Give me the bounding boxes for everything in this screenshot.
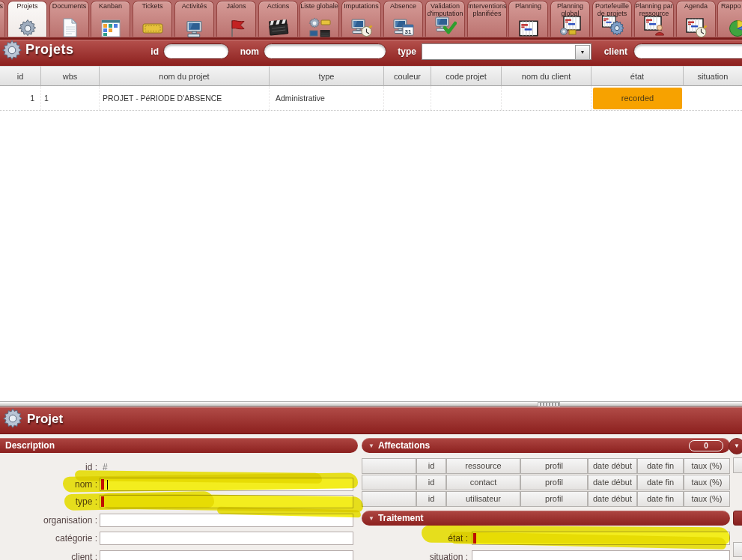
section-description[interactable]: Description [0, 438, 358, 453]
aff-contact-col-date-fin[interactable]: date fin [637, 475, 684, 490]
tab-label: Kanban [91, 1, 130, 18]
collapse-round-button[interactable]: ▼ [729, 438, 742, 454]
blank-icon [468, 18, 506, 38]
column-header-nom-du-client[interactable]: nom du client [502, 66, 592, 86]
section-traitement[interactable]: ▼Traitement [362, 511, 730, 526]
tab-planning-par-ressource[interactable]: Planning par ressource [634, 1, 674, 37]
aff-utilisateur-col-utilisateur[interactable]: utilisateur [446, 491, 520, 507]
tab-jalons[interactable]: Jalons [216, 1, 256, 37]
kanban-icon [91, 18, 130, 38]
tab-imputations[interactable]: Imputations [341, 1, 381, 37]
aff-contact-col-date-debut[interactable]: date début [588, 475, 637, 490]
tab-partial[interactable]: s [0, 1, 5, 37]
cell-nom-du-projet: PROJET - PéRIODE D'ABSENCE [100, 86, 270, 110]
required-marker [101, 496, 104, 507]
cell-type: Administrative [270, 86, 384, 110]
tab-absence[interactable]: Absence 31 [383, 1, 423, 37]
tab-actions[interactable]: Actions [258, 1, 298, 37]
section-traitement-heading: Traitement [378, 513, 424, 523]
aff-contact-col-id[interactable]: id [416, 475, 446, 490]
aff-contact-col-profil[interactable]: profil [520, 475, 588, 490]
column-header-etat[interactable]: état [592, 66, 684, 86]
etat-label: état : [378, 533, 468, 544]
column-header-type[interactable]: type [270, 66, 384, 86]
aff-contact-col-taux[interactable]: taux (%) [684, 475, 730, 490]
tab-tickets[interactable]: Tickets [133, 1, 172, 37]
client-filter-input[interactable] [633, 43, 742, 59]
organisation-input[interactable] [100, 514, 353, 527]
tab-label: Activités [175, 1, 213, 18]
gear-silver-icon [1, 41, 23, 61]
global-list-icon [300, 18, 338, 38]
tab-label: Projets [8, 1, 46, 18]
etat-input[interactable] [472, 532, 730, 545]
flag-icon [217, 18, 255, 38]
tab-rapports[interactable]: Rappo [717, 1, 742, 37]
aff-utilisateur-col-date-debut[interactable]: date début [588, 491, 637, 507]
aff-ressource-col-date-fin[interactable]: date fin [637, 458, 684, 474]
splitter[interactable] [0, 401, 742, 407]
tab-label: Absence [384, 1, 422, 18]
aff-utilisateur-col-taux[interactable]: taux (%) [684, 491, 730, 507]
aff-ressource-col-profil[interactable]: profil [520, 458, 588, 474]
tab-projets[interactable]: Projets [7, 1, 47, 37]
column-header-situation[interactable]: situation [684, 66, 742, 86]
tab-label: Documents [50, 1, 88, 18]
aff-utilisateur-col-id[interactable]: id [416, 491, 446, 507]
categorie-input[interactable] [100, 532, 353, 545]
column-header-id[interactable]: id [0, 66, 41, 86]
section-affectations[interactable]: ▼Affectations [362, 438, 730, 453]
aff-ressource-col-empty[interactable] [362, 458, 416, 474]
aff-ressource-col-taux[interactable]: taux (%) [684, 458, 730, 474]
tab-validation-imputation[interactable]: Validation d'imputation [425, 1, 465, 37]
column-header-code-projet[interactable]: code projet [431, 66, 502, 86]
aff-ressource-col-ressource[interactable]: ressource [446, 458, 520, 474]
nom-input[interactable] [100, 478, 353, 491]
aff-ressource-col-date-debut[interactable]: date début [588, 458, 637, 474]
id-filter-input[interactable] [163, 43, 229, 59]
collapse-caret-icon: ▼ [368, 511, 374, 526]
aff-contact-col-empty[interactable] [362, 475, 416, 490]
chevron-down-icon[interactable]: ▼ [575, 45, 590, 60]
empty-workspace [0, 111, 742, 401]
gantt-gear-icon [551, 18, 589, 36]
aff-utilisateur-col-empty[interactable] [362, 491, 416, 507]
gear-silver-icon [1, 410, 24, 430]
tab-label: Interventions planifiées [468, 1, 506, 18]
tab-label: Imputations [342, 1, 380, 18]
tab-portefeuille-de-projets[interactable]: Portefeuille de projets [592, 1, 632, 37]
tab-interventions-planifiees[interactable]: Interventions planifiées [467, 1, 507, 37]
cell-situation [684, 86, 742, 110]
nom-filter-input[interactable] [264, 43, 386, 59]
tab-label: Tickets [133, 1, 171, 18]
id-value: # [103, 462, 108, 472]
aff-utilisateur-col-date-fin[interactable]: date fin [637, 491, 684, 507]
client-input[interactable] [100, 550, 353, 560]
tab-documents[interactable]: Documents [49, 1, 89, 37]
tab-kanban[interactable]: Kanban [91, 1, 130, 37]
aff-contact-col-contact[interactable]: contact [446, 475, 520, 490]
text-cursor [107, 480, 108, 490]
tab-label: Jalons [217, 1, 255, 18]
tab-label: Actions [259, 1, 297, 18]
tab-planning-global[interactable]: Planning global [550, 1, 590, 37]
gear-icon [8, 18, 46, 38]
tab-activites[interactable]: Activités [174, 1, 214, 37]
nom-filter-label: nom [235, 46, 259, 57]
table-row[interactable]: 1 1 PROJET - PéRIODE D'ABSENCE Administr… [0, 86, 742, 111]
type-filter-select[interactable]: ▼ [422, 43, 592, 60]
situation-input[interactable] [472, 550, 730, 560]
aff-utilisateur-col-profil[interactable]: profil [520, 491, 588, 507]
column-header-couleur[interactable]: couleur [384, 66, 431, 86]
column-header-nom-du-projet[interactable]: nom du projet [100, 66, 270, 86]
gantt-clock-icon [677, 18, 715, 38]
column-header-wbs[interactable]: wbs [41, 66, 100, 86]
tab-agenda[interactable]: Agenda [676, 1, 716, 37]
type-input[interactable] [100, 495, 353, 508]
tab-planning[interactable]: Planning [508, 1, 548, 37]
aff-ressource-col-id[interactable]: id [416, 458, 446, 474]
clipped-section-stub [733, 511, 742, 526]
collapse-caret-icon: ▼ [368, 439, 374, 454]
tab-liste-globale[interactable]: Liste globale [299, 1, 339, 37]
gantt-icon [509, 18, 547, 38]
